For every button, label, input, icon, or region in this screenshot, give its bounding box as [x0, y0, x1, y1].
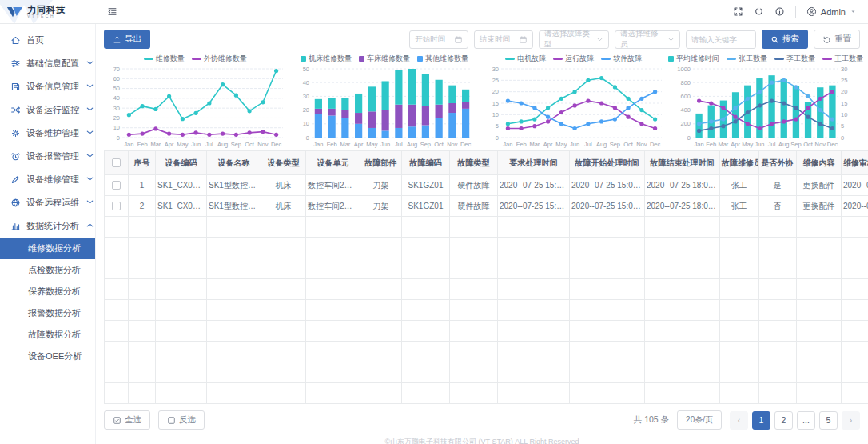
- reset-button[interactable]: 重置: [814, 30, 860, 49]
- table-cell: 机床: [261, 196, 306, 217]
- total-count-label: 共 105 条: [634, 414, 669, 426]
- user-menu[interactable]: Admin: [806, 6, 857, 17]
- svg-text:Mar: Mar: [151, 141, 161, 148]
- end-time-picker[interactable]: 结束时间: [474, 30, 533, 49]
- table-row[interactable]: 1SK1_CX01_1001SK1型数控机床机床数控车间2产线刀架SK1GZ01…: [105, 175, 868, 196]
- svg-text:Dec: Dec: [460, 141, 472, 148]
- start-time-placeholder: 开始时间: [415, 34, 445, 45]
- legend-item[interactable]: 张工数量: [727, 54, 767, 64]
- sidebar-item[interactable]: 设备信息管理: [0, 75, 95, 98]
- legend-item[interactable]: 李工数量: [774, 54, 815, 64]
- column-header[interactable]: 故障类型: [450, 151, 498, 175]
- svg-text:Oct: Oct: [245, 141, 256, 148]
- sidebar-item[interactable]: 数据统计分析: [0, 214, 95, 238]
- svg-text:70: 70: [113, 66, 120, 73]
- column-header[interactable]: 故障开始处理时间: [570, 151, 645, 175]
- svg-text:10: 10: [492, 111, 498, 118]
- legend-item[interactable]: 维修数量: [144, 54, 185, 64]
- sidebar-item-label: 设备信息管理: [26, 81, 79, 93]
- legend-item[interactable]: 软件故障: [601, 54, 642, 64]
- export-button[interactable]: 导出: [104, 30, 150, 49]
- sidebar-item[interactable]: 设备远程运维: [0, 191, 95, 214]
- column-header[interactable]: 维修内容: [797, 151, 842, 175]
- svg-text:Jan: Jan: [503, 141, 512, 148]
- legend-item[interactable]: 其他维修数量: [417, 54, 468, 64]
- legend-line-marker: [601, 58, 611, 60]
- invert-selection-button[interactable]: 反选: [158, 410, 205, 430]
- legend-item[interactable]: 电机故障: [505, 54, 546, 64]
- select-all-checkbox[interactable]: [112, 158, 121, 167]
- legend-item[interactable]: 平均维修时间: [668, 54, 719, 64]
- legend-line-marker: [727, 58, 736, 60]
- sidebar-collapse-icon[interactable]: [107, 6, 117, 17]
- svg-text:5: 5: [841, 122, 844, 130]
- row-checkbox[interactable]: [112, 202, 121, 210]
- column-header[interactable]: 设备单元: [306, 151, 360, 175]
- column-header[interactable]: 要求处理时间: [498, 151, 570, 175]
- sidebar-subitem[interactable]: 报警数据分析: [0, 302, 95, 324]
- table-cell: 2020--07-25 18:10:00: [842, 196, 868, 217]
- page-button[interactable]: 1: [752, 411, 770, 430]
- repairer-select[interactable]: 请选择维修员: [615, 30, 680, 49]
- legend-item[interactable]: 机床维修数量: [301, 54, 352, 64]
- column-header[interactable]: 故障维修员: [720, 151, 759, 175]
- table-cell: 张工: [720, 196, 759, 217]
- sidebar-subitem[interactable]: 保养数据分析: [0, 281, 95, 302]
- column-header[interactable]: 故障结束处理时间: [645, 151, 720, 175]
- column-header[interactable]: 设备类型: [261, 151, 306, 175]
- page-next-button[interactable]: ›: [842, 411, 860, 430]
- empty-row: [105, 342, 868, 362]
- page-size-select[interactable]: 20条/页: [677, 410, 722, 430]
- svg-text:Nov: Nov: [636, 141, 647, 148]
- topbar-main: Admin: [96, 0, 868, 23]
- legend-item[interactable]: 车床维修数量: [359, 54, 410, 64]
- column-header[interactable]: 故障部件: [360, 151, 402, 175]
- select-all-button[interactable]: 全选: [104, 410, 150, 430]
- chart-plot: 051015202530JanFebMarAprMayJunJulAugSepO…: [480, 65, 667, 148]
- page-button[interactable]: 2: [774, 411, 793, 430]
- legend-item[interactable]: 王工数量: [822, 54, 863, 64]
- sidebar-item[interactable]: 设备报警管理: [0, 145, 95, 168]
- column-header[interactable]: 是否外协: [759, 151, 797, 175]
- chevron-down-icon: [85, 81, 95, 91]
- sidebar-item[interactable]: 设备维护管理: [0, 122, 95, 145]
- svg-text:Dec: Dec: [650, 141, 661, 148]
- sidebar-subitem-active[interactable]: 维修数据分析: [0, 238, 95, 259]
- page-button[interactable]: 5: [819, 411, 838, 430]
- legend-bar-marker: [668, 56, 674, 62]
- page-ellipsis[interactable]: ...: [797, 411, 815, 430]
- sidebar-item-label: 设备报警管理: [26, 150, 79, 162]
- sidebar-item[interactable]: 设备运行监控: [0, 98, 95, 122]
- info-icon[interactable]: [774, 6, 785, 17]
- sidebar-subitem[interactable]: 设备OEE分析: [0, 346, 95, 367]
- keyword-input[interactable]: [691, 35, 751, 44]
- search-button[interactable]: 搜索: [762, 30, 808, 49]
- column-header[interactable]: 维修审核通过时间: [842, 151, 868, 175]
- sidebar-item[interactable]: 基础信息配置: [0, 52, 95, 75]
- empty-row: [105, 383, 868, 404]
- sidebar-item[interactable]: 首页: [0, 29, 95, 52]
- row-checkbox[interactable]: [112, 181, 121, 190]
- column-header[interactable]: 设备编码: [156, 151, 207, 175]
- table-row[interactable]: 2SK1_CX01_1001SK1型数控机床机床数控车间2产线刀架SK1GZ01…: [105, 196, 868, 217]
- svg-text:20: 20: [113, 114, 120, 122]
- column-header[interactable]: 设备名称: [207, 151, 261, 175]
- start-time-picker[interactable]: 开始时间: [409, 30, 468, 49]
- svg-text:0: 0: [306, 134, 309, 142]
- column-header[interactable]: 故障编码: [402, 151, 450, 175]
- table-cell: 2020--07-25 18:10:00: [842, 175, 868, 196]
- power-icon[interactable]: [754, 6, 764, 17]
- column-header[interactable]: 序号: [129, 151, 156, 175]
- svg-text:Apr: Apr: [731, 141, 740, 148]
- calendar-icon: [519, 35, 528, 44]
- fullscreen-icon[interactable]: [733, 6, 743, 17]
- sidebar-subitem[interactable]: 故障数据分析: [0, 324, 95, 346]
- page-prev-button[interactable]: ‹: [730, 411, 748, 430]
- fault-type-select[interactable]: 请选择故障类型: [539, 30, 609, 49]
- legend-bar-marker: [301, 56, 306, 62]
- sidebar-subitem[interactable]: 点检数据分析: [0, 259, 95, 281]
- legend-item[interactable]: 运行故障: [553, 54, 594, 64]
- legend-item[interactable]: 外协维修数量: [192, 54, 247, 64]
- sidebar-item[interactable]: 设备维修管理: [0, 168, 95, 191]
- chevron-up-icon: [85, 220, 95, 230]
